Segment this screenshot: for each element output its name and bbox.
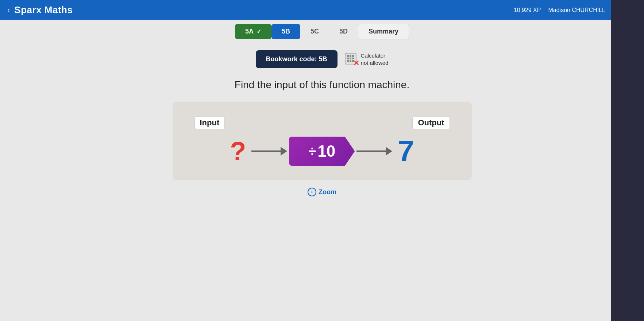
user-name: Madison CHURCHILL — [548, 7, 605, 13]
zoom-label: Zoom — [319, 188, 336, 196]
xp-display: 10,929 XP — [514, 7, 541, 13]
divide-symbol: ÷ — [308, 144, 316, 159]
calc-line2: not allowed — [361, 59, 389, 67]
arrow-head-1 — [281, 147, 287, 156]
cross-icon: ✕ — [353, 59, 359, 67]
brand-logo: Sparx Maths — [14, 4, 73, 16]
output-label: Output — [412, 116, 450, 129]
tab-5b[interactable]: 5B — [271, 24, 300, 39]
zoom-button[interactable]: + Zoom — [308, 188, 336, 196]
content-area: Bookwork code: 5B ✕ Calculator not allow… — [0, 43, 644, 321]
info-row: Bookwork code: 5B ✕ Calculator not allow… — [256, 50, 389, 68]
input-value: ? — [230, 138, 246, 164]
tab-5d-label: 5D — [339, 28, 348, 35]
calculator-info: ✕ Calculator not allowed — [345, 52, 389, 66]
header: ‹ Sparx Maths 10,929 XP Madison CHURCHIL… — [0, 0, 644, 20]
op-number: 10 — [317, 142, 335, 160]
arrow-right — [356, 147, 392, 156]
fm-labels: Input Output — [194, 116, 450, 129]
right-panel — [611, 0, 644, 321]
bookwork-badge: Bookwork code: 5B — [256, 50, 338, 68]
calc-line1: Calculator — [361, 52, 389, 59]
tab-5c-label: 5C — [311, 28, 319, 35]
back-button[interactable]: ‹ — [7, 5, 10, 15]
arrow-head-2 — [386, 147, 392, 156]
tabs-bar: 5A ✓ 5B 5C 5D Summary — [0, 20, 644, 43]
arrow-line-2 — [356, 150, 386, 152]
op-text: ÷ 10 — [308, 142, 335, 160]
question-text: Find the input of this function machine. — [235, 79, 409, 91]
input-label: Input — [194, 116, 225, 129]
tab-5d[interactable]: 5D — [329, 24, 358, 39]
calculator-text: Calculator not allowed — [361, 52, 389, 66]
calculator-icon: ✕ — [345, 53, 358, 66]
function-machine: Input Output ? ÷ 10 — [173, 102, 472, 180]
tab-summary[interactable]: Summary — [358, 24, 409, 39]
tab-5a-label: 5A — [245, 28, 254, 35]
tab-5b-label: 5B — [282, 28, 290, 35]
op-pentagon: ÷ 10 — [289, 137, 355, 166]
fm-diagram: ? ÷ 10 — [194, 137, 450, 166]
operation-box: ÷ 10 — [289, 137, 355, 166]
tab-5c[interactable]: 5C — [300, 24, 329, 39]
arrow-line-1 — [251, 150, 281, 152]
output-value: 7 — [398, 137, 414, 166]
tab-summary-label: Summary — [369, 28, 398, 35]
arrow-left — [251, 147, 287, 156]
checkmark-icon: ✓ — [257, 28, 261, 35]
zoom-icon: + — [308, 188, 316, 196]
page-container: ‹ Sparx Maths 10,929 XP Madison CHURCHIL… — [0, 0, 644, 321]
tab-5a[interactable]: 5A ✓ — [235, 24, 271, 39]
